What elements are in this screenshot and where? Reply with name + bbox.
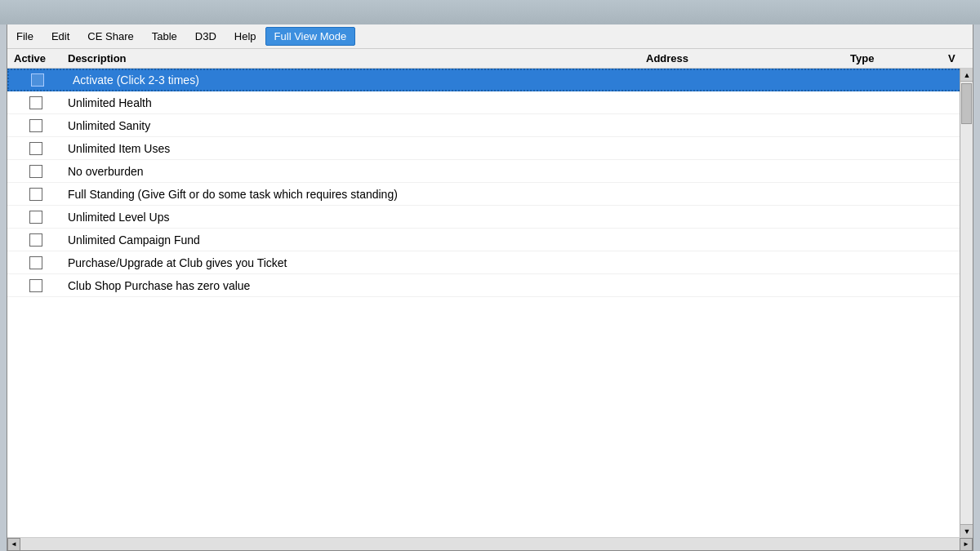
row-description: No overburden (65, 165, 646, 178)
scroll-up-arrow[interactable]: ▲ (960, 69, 973, 82)
row-active-cell (7, 119, 65, 132)
menu-help[interactable]: Help (225, 27, 265, 46)
row-checkbox[interactable] (29, 233, 42, 247)
menu-edit[interactable]: Edit (42, 27, 78, 46)
scroll-track (960, 82, 973, 524)
scroll-right-arrow[interactable]: ► (960, 538, 973, 551)
row-checkbox[interactable] (29, 96, 42, 109)
scroll-left-arrow[interactable]: ◄ (7, 538, 20, 551)
row-description: Unlimited Level Ups (65, 211, 646, 224)
table-header: Active Description Address Type V (7, 49, 973, 69)
row-active-cell (9, 73, 66, 87)
row-description: Purchase/Upgrade at Club gives you Ticke… (65, 256, 646, 269)
table-row[interactable]: Club Shop Purchase has zero value (7, 274, 973, 297)
row-description: Club Shop Purchase has zero value (65, 279, 646, 292)
row-description: Unlimited Sanity (65, 119, 646, 132)
row-active-cell (7, 165, 65, 178)
row-active-cell (7, 188, 65, 201)
header-active: Active (7, 52, 65, 64)
table-body: Activate (Click 2-3 times) Unlimited Hea… (7, 69, 973, 537)
row-description: Unlimited Item Uses (65, 142, 646, 155)
menu-d3d[interactable]: D3D (186, 27, 225, 46)
row-description: Full Standing (Give Gift or do some task… (65, 188, 646, 201)
row-checkbox[interactable] (29, 142, 42, 155)
table-row[interactable]: Full Standing (Give Gift or do some task… (7, 183, 973, 206)
row-active-cell (7, 233, 65, 247)
menu-fullview[interactable]: Full View Mode (265, 27, 356, 46)
row-checkbox[interactable] (29, 165, 42, 178)
row-description: Unlimited Health (65, 96, 646, 109)
row-description: Activate (Click 2-3 times) (66, 73, 644, 87)
row-checkbox[interactable] (31, 73, 44, 87)
table-row[interactable]: Unlimited Level Ups (7, 206, 973, 229)
table-row[interactable]: Purchase/Upgrade at Club gives you Ticke… (7, 251, 973, 274)
row-checkbox[interactable] (29, 279, 42, 292)
row-active-cell (7, 256, 65, 269)
header-address: Address (646, 52, 850, 64)
header-description: Description (65, 52, 646, 64)
menu-bar: File Edit CE Share Table D3D Help Full V… (7, 24, 973, 49)
table-row[interactable]: Activate (Click 2-3 times) (7, 69, 973, 91)
menu-ceshare[interactable]: CE Share (78, 27, 142, 46)
row-active-cell (7, 142, 65, 155)
table-row[interactable]: Unlimited Health (7, 91, 973, 114)
header-type: Type (850, 52, 948, 64)
table-row[interactable]: Unlimited Sanity (7, 114, 973, 137)
row-checkbox[interactable] (29, 256, 42, 269)
table-row[interactable]: Unlimited Item Uses (7, 137, 973, 160)
row-checkbox[interactable] (29, 188, 42, 201)
row-active-cell (7, 211, 65, 224)
scroll-thumb[interactable] (961, 83, 972, 124)
horizontal-scrollbar[interactable]: ◄ ► (7, 537, 973, 550)
row-checkbox[interactable] (29, 119, 42, 132)
table-row[interactable]: Unlimited Campaign Fund (7, 229, 973, 251)
row-description: Unlimited Campaign Fund (65, 233, 646, 247)
menu-file[interactable]: File (7, 27, 42, 46)
row-active-cell (7, 279, 65, 292)
menu-table[interactable]: Table (143, 27, 186, 46)
vertical-scrollbar[interactable]: ▲ ▼ (960, 69, 973, 537)
scroll-down-arrow[interactable]: ▼ (960, 524, 973, 537)
app-window: File Edit CE Share Table D3D Help Full V… (7, 24, 973, 551)
row-active-cell (7, 96, 65, 109)
row-checkbox[interactable] (29, 211, 42, 224)
table-row[interactable]: No overburden (7, 160, 973, 183)
title-bar (0, 0, 980, 24)
h-scroll-track (20, 538, 960, 550)
header-value: V (948, 52, 973, 64)
